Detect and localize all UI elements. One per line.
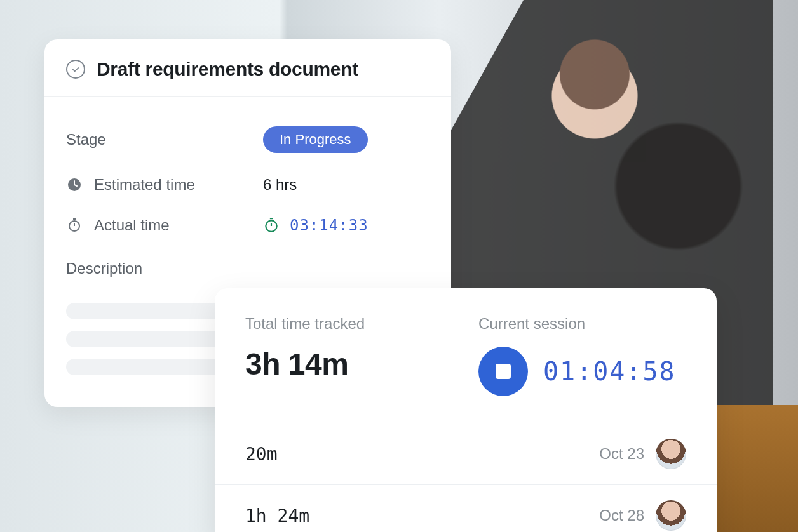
task-header: Draft requirements document	[44, 39, 451, 97]
stopwatch-running-icon	[263, 217, 280, 234]
time-tracking-card: Total time tracked 3h 14m Current sessio…	[215, 288, 717, 532]
stop-icon	[496, 364, 511, 379]
estimated-time-label: Estimated time	[94, 176, 195, 194]
time-entry-row[interactable]: 1h 24m Oct 28	[215, 484, 717, 532]
current-session-label: Current session	[478, 315, 686, 333]
stop-session-button[interactable]	[478, 347, 528, 396]
task-title: Draft requirements document	[97, 58, 358, 80]
user-avatar	[656, 500, 686, 531]
entry-duration: 20m	[245, 444, 278, 465]
entry-date: Oct 28	[599, 507, 644, 524]
description-label: Description	[66, 246, 429, 277]
time-tracking-summary: Total time tracked 3h 14m Current sessio…	[215, 288, 717, 423]
stage-label: Stage	[66, 131, 106, 149]
entry-duration: 1h 24m	[245, 505, 309, 526]
stage-row: Stage In Progress	[66, 115, 429, 164]
estimated-time-row: Estimated time 6 hrs	[66, 164, 429, 205]
actual-time-row: Actual time 03:14:33	[66, 205, 429, 246]
estimated-time-value: 6 hrs	[263, 176, 297, 194]
clock-icon	[66, 176, 83, 193]
actual-time-value: 03:14:33	[290, 216, 369, 234]
entry-date: Oct 23	[599, 445, 644, 463]
current-session-col: Current session 01:04:58	[478, 315, 686, 396]
total-time-col: Total time tracked 3h 14m	[245, 315, 453, 396]
user-avatar	[656, 439, 686, 469]
stopwatch-outline-icon	[66, 217, 83, 234]
stage-pill[interactable]: In Progress	[263, 126, 368, 153]
time-entry-row[interactable]: 20m Oct 23	[215, 423, 717, 484]
session-time-value: 01:04:58	[543, 357, 676, 386]
actual-time-label: Actual time	[94, 216, 170, 234]
total-time-value: 3h 14m	[245, 347, 453, 382]
complete-checkmark-icon[interactable]	[66, 60, 85, 79]
total-time-label: Total time tracked	[245, 315, 453, 333]
